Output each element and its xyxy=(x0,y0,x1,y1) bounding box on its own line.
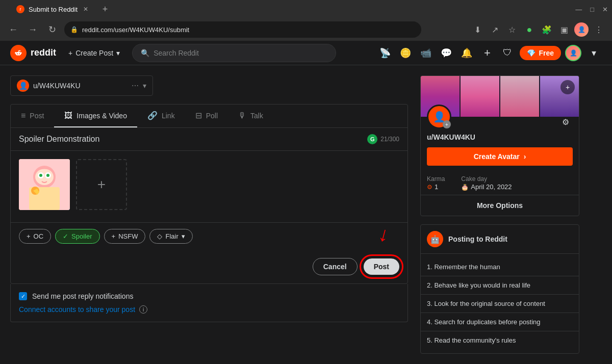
thumbnail-preview xyxy=(19,159,70,210)
search-icon: 🔍 xyxy=(141,49,149,57)
free-button[interactable]: 💎 Free xyxy=(520,46,561,60)
oc-tag[interactable]: + OC xyxy=(19,229,51,244)
add-image-button[interactable]: + xyxy=(76,159,127,210)
tab-post[interactable]: ≡ Post xyxy=(11,105,54,127)
spoiler-tag[interactable]: ✓ Spoiler xyxy=(55,229,99,244)
info-icon[interactable]: i xyxy=(139,305,147,314)
more-options-button[interactable]: More Options xyxy=(421,195,579,216)
selector-chevron-icon[interactable]: ▾ xyxy=(143,82,146,90)
tab-close-btn[interactable]: ✕ xyxy=(82,5,90,13)
user-avatar-header[interactable]: 👤 xyxy=(565,45,581,61)
address-bar[interactable]: 🔒 reddit.com/user/W4KUW4KU/submit xyxy=(64,21,421,38)
profile-main-avatar[interactable]: 👤 + xyxy=(427,105,451,129)
image-thumbnail[interactable] xyxy=(19,159,70,210)
lock-icon: 🔒 xyxy=(70,26,78,33)
karma-item: Karma ⚙ 1 xyxy=(427,174,445,191)
svg-point-6 xyxy=(39,174,42,177)
search-placeholder: Search Reddit xyxy=(154,49,199,57)
action-tags-row: + OC ✓ Spoiler + NSFW ◇ Flair ▾ xyxy=(11,222,407,250)
post-type-tabs: ≡ Post 🖼 Images & Video 🔗 Link ⊟ Poll 🎙 xyxy=(11,105,407,128)
video-icon[interactable]: 📹 xyxy=(418,45,434,61)
profile-avatar-area: 👤 + ⚙ xyxy=(421,105,579,129)
rules-header: 🤖 Posting to Reddit xyxy=(421,225,579,254)
tab-link-label: Link xyxy=(162,112,175,120)
extension-c-icon[interactable]: ● xyxy=(522,22,537,37)
minimize-btn[interactable]: — xyxy=(575,6,582,13)
title-counter: G 21/300 xyxy=(367,134,399,144)
rule-text-4: 4. Search for duplicates before posting xyxy=(427,318,541,326)
forward-btn[interactable]: → xyxy=(26,22,40,37)
profile-avatar[interactable]: 👤 xyxy=(574,22,589,37)
karma-label: Karma xyxy=(427,175,445,183)
tab-images-video[interactable]: 🖼 Images & Video xyxy=(54,105,137,127)
main-content: 👤 u/W4KUW4KU ⋯ ▾ ≡ Post 🖼 Images & Video xyxy=(0,65,612,364)
menu-icon[interactable]: ⋮ xyxy=(592,22,606,37)
tab-talk[interactable]: 🎙 Talk xyxy=(228,105,273,127)
chat-icon[interactable]: 💬 xyxy=(438,45,454,61)
coins-icon[interactable]: 🪙 xyxy=(397,45,414,61)
title-input-area: G 21/300 xyxy=(11,128,407,151)
extensions-icon[interactable]: 🧩 xyxy=(540,22,554,37)
title-input[interactable] xyxy=(19,135,363,144)
nsfw-tag[interactable]: + NSFW xyxy=(104,229,146,244)
profile-card: + 👤 + ⚙ u/W4KUW4KU Create Avatar › Karma… xyxy=(420,75,579,216)
close-btn[interactable]: ✕ xyxy=(602,6,608,13)
username-selector: u/W4KUW4KU xyxy=(33,82,128,90)
notifications-checkbox[interactable]: ✓ xyxy=(19,292,27,300)
banner-add-btn[interactable]: + xyxy=(560,80,575,94)
rules-title: Posting to Reddit xyxy=(448,235,507,243)
cake-day-label: Cake day xyxy=(461,175,487,183)
notification-text: Send me post reply notifications xyxy=(32,292,133,300)
profile-username: u/W4KUW4KU xyxy=(421,129,579,143)
rule-text-2: 2. Behave like you would in real life xyxy=(427,281,530,289)
cake-day-value: 🎂 April 20, 2022 xyxy=(461,183,512,191)
karma-value: ⚙ 1 xyxy=(427,183,445,191)
post-button[interactable]: Post xyxy=(364,258,399,275)
connect-accounts-link[interactable]: Connect accounts to share your post xyxy=(19,305,135,314)
avatar-add-btn[interactable]: + xyxy=(443,120,451,128)
active-tab[interactable]: r Submit to Reddit ✕ xyxy=(8,1,98,17)
oc-plus-icon: + xyxy=(27,232,31,240)
add-icon[interactable]: + xyxy=(479,45,495,61)
rule-item-1: 1. Remember the human xyxy=(421,258,579,276)
flair-tag[interactable]: ◇ Flair ▾ xyxy=(149,229,192,244)
sidebar-icon[interactable]: ▣ xyxy=(557,22,571,37)
search-bar[interactable]: 🔍 Search Reddit xyxy=(132,44,336,62)
title-bar: r Submit to Reddit ✕ + — □ ✕ xyxy=(0,0,612,18)
tab-poll[interactable]: ⊟ Poll xyxy=(185,105,228,127)
flair-label: Flair xyxy=(165,232,178,240)
new-tab-btn[interactable]: + xyxy=(98,2,112,16)
notifications-icon[interactable]: 🔔 xyxy=(458,45,475,61)
broadcast-icon[interactable]: 📡 xyxy=(377,45,393,61)
user-small-avatar: 👤 xyxy=(17,80,29,92)
bookmark-icon[interactable]: ☆ xyxy=(505,22,519,37)
user-selector[interactable]: 👤 u/W4KUW4KU ⋯ ▾ xyxy=(10,75,153,96)
create-post-button[interactable]: + Create Post ▾ xyxy=(64,47,124,59)
mod-icon[interactable]: 🛡 xyxy=(499,45,516,61)
grammarly-icon: G xyxy=(367,134,377,144)
share-icon[interactable]: ↗ xyxy=(488,22,502,37)
notifications-area: ✓ Send me post reply notifications Conne… xyxy=(10,284,408,322)
tab-favicon: r xyxy=(16,5,24,13)
refresh-btn[interactable]: ↻ xyxy=(45,22,59,37)
cancel-button[interactable]: Cancel xyxy=(313,258,358,275)
tab-link[interactable]: 🔗 Link xyxy=(137,105,185,127)
cake-icon: 🎂 xyxy=(461,184,469,191)
rule-item-3: 3. Look for the original source of conte… xyxy=(421,295,579,313)
nsfw-label: NSFW xyxy=(118,232,138,240)
back-btn[interactable]: ← xyxy=(6,22,20,37)
tab-title: Submit to Reddit xyxy=(29,6,78,13)
user-menu-chevron[interactable]: ▾ xyxy=(585,45,602,61)
post-form: ≡ Post 🖼 Images & Video 🔗 Link ⊟ Poll 🎙 xyxy=(10,104,408,284)
create-avatar-button[interactable]: Create Avatar › xyxy=(427,147,573,166)
settings-gear-btn[interactable]: ⚙ xyxy=(558,115,573,129)
download-icon[interactable]: ⬇ xyxy=(470,22,484,37)
plus-icon: + xyxy=(68,49,72,57)
notification-checkbox-row: ✓ Send me post reply notifications xyxy=(19,292,399,300)
create-avatar-chevron: › xyxy=(524,152,526,161)
reddit-logo[interactable]: reddit xyxy=(10,45,56,61)
maximize-btn[interactable]: □ xyxy=(590,6,594,13)
browser-nav-icons: ⬇ ↗ ☆ ● 🧩 ▣ 👤 ⋮ xyxy=(470,22,606,37)
post-tab-icon: ≡ xyxy=(21,111,26,120)
images-tab-icon: 🖼 xyxy=(64,111,72,120)
